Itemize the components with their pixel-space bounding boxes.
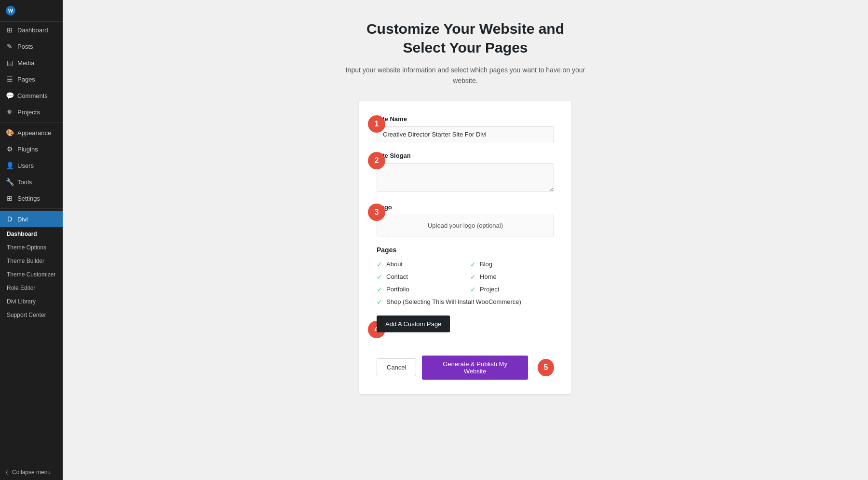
collapse-icon: ⟨ [6,469,8,476]
contact-label: Contact [386,273,408,280]
comments-icon: 💬 [6,92,14,99]
blog-label: Blog [480,261,492,268]
sidebar: W ⊞ Dashboard ✎ Posts ▤ Media ☰ Pages 💬 … [0,0,63,480]
project-checkbox[interactable]: ✓ [470,286,476,293]
page-item-shop: ✓ Shop (Selecting This Will Install WooC… [377,298,554,306]
users-icon: 👤 [6,162,14,169]
sidebar-item-settings[interactable]: ⊞ Settings [0,190,63,206]
publish-button[interactable]: Generate & Publish My Website [422,356,528,380]
page-item-project: ✓ Project [470,286,554,293]
card-footer: Cancel Generate & Publish My Website 5 [377,356,554,380]
home-label: Home [480,273,497,280]
tools-icon: 🔧 [6,178,14,186]
sidebar-logo: W [0,0,63,22]
wp-logo-icon: W [6,6,15,15]
divi-sub-divi-library[interactable]: Divi Library [0,295,63,308]
sidebar-item-label: Appearance [17,129,51,137]
sidebar-item-plugins[interactable]: ⚙ Plugins [0,141,63,157]
sidebar-item-users[interactable]: 👤 Users [0,157,63,174]
site-name-input[interactable] [377,126,554,142]
sidebar-item-label: Plugins [17,146,38,153]
divi-icon: D [6,215,14,223]
page-item-about: ✓ About [377,261,461,268]
sidebar-item-posts[interactable]: ✎ Posts [0,38,63,55]
pages-icon: ☰ [6,75,14,83]
contact-checkbox[interactable]: ✓ [377,273,382,281]
sidebar-item-tools[interactable]: 🔧 Tools [0,174,63,190]
site-slogan-label: Site Slogan [377,152,554,159]
page-item-portfolio: ✓ Portfolio [377,286,461,293]
site-slogan-input[interactable] [377,163,554,192]
divi-label: Divi [17,216,28,223]
customize-card: 1 Site Name 2 Site Slogan 3 Logo Upload … [359,101,571,394]
projects-icon: ✵ [6,108,14,116]
main-content: Customize Your Website and Select Your P… [63,0,868,480]
add-custom-section: 4 Add A Custom Page [377,315,554,344]
portfolio-label: Portfolio [386,286,409,293]
settings-icon: ⊞ [6,194,14,202]
logo-group: 3 Logo Upload your logo (optional) [377,204,554,236]
home-checkbox[interactable]: ✓ [470,273,476,281]
step-5-badge: 5 [538,359,554,376]
sidebar-item-comments[interactable]: 💬 Comments [0,87,63,104]
portfolio-checkbox[interactable]: ✓ [377,286,382,293]
sidebar-item-dashboard[interactable]: ⊞ Dashboard [0,22,63,38]
site-slogan-group: 2 Site Slogan [377,152,554,194]
logo-label: Logo [377,204,554,211]
dashboard-icon: ⊞ [6,26,14,34]
sidebar-item-label: Projects [17,109,40,116]
sidebar-item-projects[interactable]: ✵ Projects [0,104,63,120]
page-item-home: ✓ Home [470,273,554,281]
appearance-icon: 🎨 [6,129,14,137]
site-name-group: 1 Site Name [377,115,554,142]
pages-label: Pages [377,246,554,254]
about-checkbox[interactable]: ✓ [377,261,382,268]
page-item-contact: ✓ Contact [377,273,461,281]
sidebar-item-label: Media [17,59,34,67]
pages-section: Pages ✓ About ✓ Blog ✓ Contact ✓ Home [377,246,554,306]
sidebar-item-label: Pages [17,76,35,83]
pages-grid: ✓ About ✓ Blog ✓ Contact ✓ Home ✓ Po [377,261,554,306]
sidebar-item-label: Settings [17,195,40,202]
collapse-label: Collapse menu [12,469,51,476]
shop-checkbox[interactable]: ✓ [377,298,382,306]
sidebar-item-label: Comments [17,92,48,99]
collapse-menu-button[interactable]: ⟨ Collapse menu [0,465,63,480]
page-item-blog: ✓ Blog [470,261,554,268]
logo-upload-area[interactable]: Upload your logo (optional) [377,215,554,236]
sidebar-item-pages[interactable]: ☰ Pages [0,71,63,87]
sidebar-item-media[interactable]: ▤ Media [0,55,63,71]
add-custom-page-button[interactable]: Add A Custom Page [377,315,450,332]
divi-sub-theme-builder[interactable]: Theme Builder [0,254,63,268]
cancel-button[interactable]: Cancel [377,358,416,376]
site-name-label: Site Name [377,115,554,123]
blog-checkbox[interactable]: ✓ [470,261,476,268]
step-3-badge: 3 [368,204,385,221]
sidebar-item-label: Posts [17,43,33,50]
sidebar-item-label: Tools [17,178,32,186]
about-label: About [386,261,403,268]
sidebar-item-label: Users [17,162,34,169]
step-2-badge: 2 [368,152,385,169]
sidebar-item-label: Dashboard [17,27,48,34]
divi-sub-theme-customizer[interactable]: Theme Customizer [0,268,63,281]
page-subtitle: Input your website information and selec… [345,65,586,86]
media-icon: ▤ [6,59,14,67]
posts-icon: ✎ [6,42,14,50]
project-label: Project [480,286,499,293]
sidebar-item-divi[interactable]: D Divi [0,211,63,227]
divi-sub-dashboard[interactable]: Dashboard [0,227,63,241]
sidebar-item-appearance[interactable]: 🎨 Appearance [0,124,63,141]
shop-label: Shop (Selecting This Will Install WooCom… [386,298,521,305]
step-1-badge: 1 [368,115,385,133]
divi-sub-role-editor[interactable]: Role Editor [0,281,63,295]
page-title: Customize Your Website and Select Your P… [366,19,564,57]
divi-sub-theme-options[interactable]: Theme Options [0,241,63,254]
divi-sub-support-center[interactable]: Support Center [0,308,63,322]
plugins-icon: ⚙ [6,145,14,153]
